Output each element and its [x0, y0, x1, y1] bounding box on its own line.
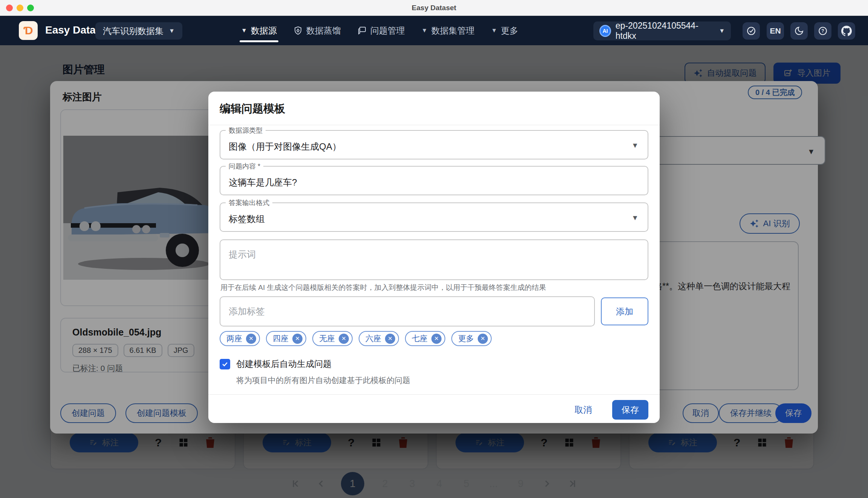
modal-title: 编辑问题模板 — [220, 101, 285, 116]
tag-chip[interactable]: 两座✕ — [220, 331, 260, 346]
prompt-textarea[interactable]: 提示词 — [220, 239, 648, 280]
tag-label: 七座 — [412, 333, 428, 344]
macos-titlebar: Easy Dataset — [0, 0, 868, 16]
app-window: Easy Dataset Ɗ Easy DataSet 汽车识别数据集 ▼ ▼ … — [0, 0, 868, 498]
auto-generate-checkbox[interactable] — [220, 359, 230, 369]
caret-down-icon: ▼ — [491, 27, 497, 34]
datasource-type-value: 图像（用于对图像生成QA） — [229, 141, 341, 153]
remove-tag-icon[interactable]: ✕ — [478, 334, 488, 344]
nav-item-datasource[interactable]: ▼ 数据源 — [241, 16, 277, 45]
answer-format-value: 标签数组 — [229, 213, 265, 225]
edit-question-template-modal: 编辑问题模板 数据源类型 图像（用于对图像生成QA） ▼ 问题内容 * 这辆车是… — [208, 92, 660, 423]
nav-item-label: 问题管理 — [370, 25, 405, 37]
nav-item-questions[interactable]: 问题管理 — [358, 16, 405, 45]
shield-icon — [293, 26, 303, 35]
tag-label: 两座 — [226, 333, 242, 344]
dataset-selector[interactable]: 汽车识别数据集 ▼ — [95, 22, 182, 40]
caret-down-icon: ▼ — [241, 27, 247, 34]
add-tag-input[interactable] — [220, 296, 595, 326]
tag-label: 四座 — [273, 333, 289, 344]
check-circle-icon — [746, 26, 756, 36]
remove-tag-icon[interactable]: ✕ — [385, 334, 395, 344]
nav-item-label: 更多 — [501, 25, 518, 37]
remove-tag-icon[interactable]: ✕ — [246, 334, 256, 344]
caret-down-icon: ▼ — [422, 27, 428, 34]
answer-format-label: 答案输出格式 — [226, 198, 272, 207]
question-content-field[interactable]: 问题内容 * 这辆车是几座车? — [220, 166, 648, 195]
tag-label: 无座 — [319, 333, 335, 344]
navbar: Ɗ Easy DataSet 汽车识别数据集 ▼ ▼ 数据源 数据蒸馏 问题管理… — [0, 16, 868, 45]
app-logo-icon[interactable]: Ɗ — [19, 21, 38, 40]
language-toggle-button[interactable]: EN — [767, 22, 784, 40]
moon-icon — [794, 26, 804, 36]
chevron-down-icon: ▼ — [169, 28, 175, 34]
caret-down-icon: ▼ — [631, 214, 639, 222]
ai-model-icon: AI — [599, 25, 611, 37]
nav-menu: ▼ 数据源 数据蒸馏 问题管理 ▼ 数据集管理 ▼ 更多 — [241, 16, 518, 45]
nav-item-more[interactable]: ▼ 更多 — [491, 16, 518, 45]
question-content-label: 问题内容 * — [226, 162, 263, 171]
tag-chip[interactable]: 七座✕ — [405, 331, 445, 346]
tag-chip[interactable]: 无座✕ — [312, 331, 353, 346]
remove-tag-icon[interactable]: ✕ — [339, 334, 349, 344]
remove-tag-icon[interactable]: ✕ — [431, 334, 442, 344]
divider — [208, 125, 660, 125]
question-content-value: 这辆车是几座车? — [229, 176, 297, 188]
remove-tag-icon[interactable]: ✕ — [292, 334, 303, 344]
tag-chip[interactable]: 六座✕ — [359, 331, 399, 346]
nav-item-label: 数据源 — [251, 25, 277, 37]
tag-chip-list: 两座✕ 四座✕ 无座✕ 六座✕ 七座✕ 更多✕ — [220, 331, 492, 346]
modal-cancel-button[interactable]: 取消 — [567, 400, 599, 420]
auto-generate-label: 创建模板后自动生成问题 — [236, 358, 332, 370]
auto-generate-helper: 将为项目中的所有图片自动创建基于此模板的问题 — [236, 375, 410, 386]
check-icon — [221, 360, 229, 368]
nav-item-distillation[interactable]: 数据蒸馏 — [293, 16, 341, 45]
help-icon: ? — [818, 26, 828, 36]
nav-item-datasets[interactable]: ▼ 数据集管理 — [422, 16, 475, 45]
tag-label: 六座 — [365, 333, 381, 344]
help-button[interactable]: ? — [814, 22, 831, 40]
modal-save-button[interactable]: 保存 — [612, 400, 648, 420]
dataset-selector-label: 汽车识别数据集 — [103, 25, 164, 37]
model-selector-label: ep-20251024105544-htdkx — [616, 21, 714, 41]
model-selector[interactable]: AI ep-20251024105544-htdkx ▼ — [593, 21, 731, 40]
language-label: EN — [770, 26, 781, 35]
datasource-type-label: 数据源类型 — [226, 126, 266, 135]
tag-chip[interactable]: 更多✕ — [451, 331, 492, 346]
prompt-placeholder: 提示词 — [229, 248, 256, 260]
add-tag-button[interactable]: 添加 — [601, 297, 648, 325]
tag-chip[interactable]: 四座✕ — [266, 331, 306, 346]
prompt-helper-text: 用于在后续 AI 生成这个问题模版相关的答案时，加入到整体提示词中，以用于干预最… — [220, 283, 546, 293]
chat-icon — [358, 26, 367, 35]
datasource-type-select[interactable]: 数据源类型 图像（用于对图像生成QA） ▼ — [220, 130, 648, 159]
dark-mode-button[interactable] — [790, 22, 808, 40]
github-icon — [841, 26, 852, 36]
nav-item-label: 数据集管理 — [431, 25, 475, 37]
github-button[interactable] — [838, 22, 855, 40]
tag-label: 更多 — [458, 333, 474, 344]
chevron-down-icon: ▼ — [719, 28, 725, 34]
svg-text:?: ? — [821, 28, 824, 34]
divider — [208, 394, 660, 395]
auto-generate-checkbox-row: 创建模板后自动生成问题 — [220, 358, 332, 370]
task-check-button[interactable] — [743, 22, 760, 40]
answer-format-select[interactable]: 答案输出格式 标签数组 ▼ — [220, 202, 648, 232]
caret-down-icon: ▼ — [631, 141, 639, 150]
active-tab-underline — [240, 40, 278, 42]
window-title: Easy Dataset — [0, 4, 868, 12]
nav-item-label: 数据蒸馏 — [306, 25, 341, 37]
